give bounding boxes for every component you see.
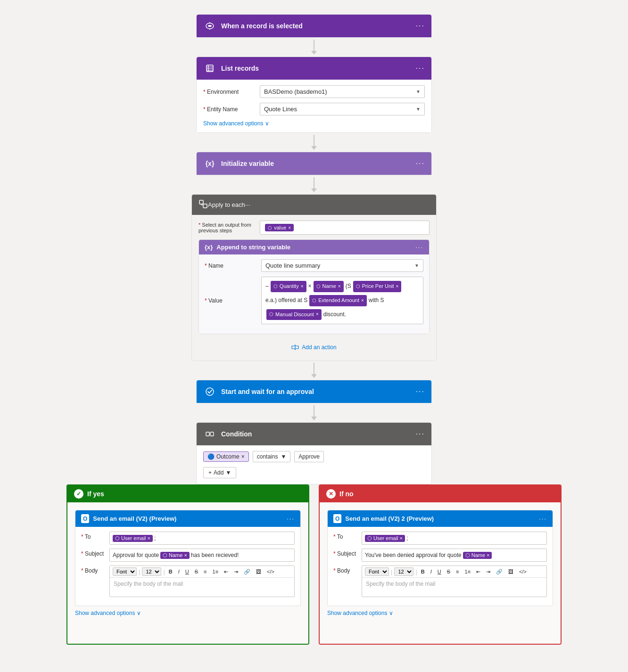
branch-no: ✕ If no O Send an email (V2) 2 (Preview)… — [319, 484, 562, 645]
code-btn-yes[interactable]: </> — [265, 568, 276, 575]
entity-value[interactable]: Quote Lines ▼ — [260, 103, 425, 115]
image-btn-no[interactable]: 🖼 — [506, 568, 515, 575]
strikethrough-btn-yes[interactable]: S — [193, 568, 200, 575]
num-list-btn-no[interactable]: 1≡ — [463, 568, 473, 575]
chevron-down-icon-yes: ∨ — [137, 610, 141, 616]
italic-btn-no[interactable]: I — [429, 568, 434, 575]
apply-each-header[interactable]: Apply to each ··· — [192, 195, 436, 215]
strikethrough-btn-no[interactable]: S — [445, 568, 452, 575]
quantity-close[interactable]: × — [301, 282, 304, 291]
approval-header[interactable]: Start and wait for an approval ··· — [197, 380, 431, 403]
condition-icon — [203, 427, 216, 441]
indent-more-btn-yes[interactable]: ⇥ — [232, 568, 240, 576]
underline-btn-yes[interactable]: U — [183, 568, 191, 575]
select-output-input[interactable]: ⬡ value × — [260, 221, 430, 235]
font-select-no[interactable]: Font — [365, 567, 389, 576]
append-string-header[interactable]: {x} Append to string variable ··· — [199, 240, 429, 254]
value-content[interactable]: – ⬡Quantity × × ⬡Name × (S — [261, 277, 423, 324]
show-advanced-no[interactable]: Show advanced options ∨ — [327, 610, 553, 616]
num-list-btn-yes[interactable]: 1≡ — [211, 568, 221, 575]
manual-close[interactable]: × — [316, 310, 319, 319]
approval-more[interactable]: ··· — [416, 387, 425, 396]
trigger-header[interactable]: When a record is selected ··· — [197, 15, 431, 37]
bold-btn-no[interactable]: B — [419, 568, 427, 575]
outcome-close[interactable]: × — [241, 453, 245, 460]
image-btn-yes[interactable]: 🖼 — [254, 568, 263, 575]
extended-close[interactable]: × — [361, 296, 364, 305]
toolbar-yes: Font | 12 | B I — [110, 566, 294, 578]
list-records-more[interactable]: ··· — [416, 64, 425, 73]
email-no-card: O Send an email (V2) 2 (Preview) ··· * T… — [327, 510, 553, 606]
email-no-subject-input[interactable]: You've been denied approval for quote ⬡ … — [362, 549, 547, 562]
link-btn-no[interactable]: 🔗 — [494, 568, 504, 576]
email-no-header[interactable]: O Send an email (V2) 2 (Preview) ··· — [328, 510, 553, 527]
bullet-list-btn-yes[interactable]: ≡ — [202, 568, 208, 575]
list-records-card: List records ··· * Environment BASDemo (… — [196, 57, 432, 133]
condition-header[interactable]: Condition ··· — [197, 423, 431, 445]
quantity-tag: ⬡Quantity × — [271, 281, 306, 292]
font-select-yes[interactable]: Font — [113, 567, 137, 576]
append-string-more[interactable]: ··· — [415, 244, 423, 251]
indent-less-btn-no[interactable]: ⇤ — [474, 568, 482, 576]
show-advanced-list[interactable]: Show advanced options ∨ — [203, 120, 425, 127]
underline-btn-no[interactable]: U — [436, 568, 443, 575]
name-value[interactable]: Quote line summary ▼ — [261, 259, 423, 272]
indent-more-btn-no[interactable]: ⇥ — [484, 568, 492, 576]
email-yes-body-row: * Body Font | — [81, 565, 295, 597]
entity-dropdown[interactable]: Quote Lines ▼ — [260, 103, 425, 115]
environment-dropdown[interactable]: BASDemo (basdemo1) ▼ — [260, 85, 425, 98]
size-select-yes[interactable]: 12 — [142, 567, 161, 576]
bullet-list-btn-no[interactable]: ≡ — [454, 568, 461, 575]
svg-rect-15 — [210, 432, 214, 436]
init-variable-header[interactable]: {x} Initialize variable ··· — [197, 152, 431, 175]
environment-value[interactable]: BASDemo (basdemo1) ▼ — [260, 85, 425, 98]
list-records-header[interactable]: List records ··· — [197, 57, 431, 80]
init-variable-more[interactable]: ··· — [416, 159, 425, 168]
body-editor-no[interactable]: Font | 12 | B I — [362, 565, 547, 597]
outlook-icon-yes: O — [81, 514, 89, 523]
select-output-label: * Select an output from previous steps — [198, 222, 260, 233]
value-tag-close[interactable]: × — [288, 225, 291, 230]
manual-discount-tag: ⬡Manual Discount × — [266, 309, 322, 320]
approval-icon — [203, 385, 216, 398]
size-select-no[interactable]: 12 — [394, 567, 413, 576]
name-dropdown[interactable]: Quote line summary ▼ — [261, 259, 423, 272]
approve-input[interactable]: Approve — [294, 451, 324, 462]
value-tag: ⬡ value × — [265, 224, 294, 231]
show-advanced-yes[interactable]: Show advanced options ∨ — [75, 610, 301, 616]
price-close[interactable]: × — [396, 282, 399, 291]
condition-more[interactable]: ··· — [416, 430, 425, 438]
outlook-icon-no: O — [333, 514, 341, 523]
bold-btn-yes[interactable]: B — [167, 568, 174, 575]
name-close[interactable]: × — [338, 282, 341, 291]
append-string-icon: {x} — [205, 244, 213, 251]
ea-text: e.a.) offered at S — [265, 295, 307, 306]
init-variable-card: {x} Initialize variable ··· — [196, 152, 432, 175]
add-condition-btn[interactable]: + Add ▼ — [203, 467, 236, 478]
value-content-wrapper: – ⬡Quantity × × ⬡Name × (S — [261, 277, 423, 324]
email-no-to-input[interactable]: ⬡ User email × ; — [362, 532, 547, 545]
editor-content-yes[interactable]: Specify the body of the mail — [110, 578, 294, 597]
email-yes-more[interactable]: ··· — [287, 515, 295, 522]
add-chevron: ▼ — [225, 469, 231, 476]
code-btn-no[interactable]: </> — [517, 568, 529, 575]
contains-dropdown[interactable]: contains ▼ — [253, 451, 291, 462]
value-row: * Value – ⬡Quantity × × ⬡Name — [205, 277, 423, 324]
link-btn-yes[interactable]: 🔗 — [242, 568, 252, 576]
email-yes-to-input[interactable]: ⬡ User email × ; — [109, 532, 295, 545]
trigger-more[interactable]: ··· — [416, 22, 425, 30]
add-action-btn[interactable]: Add an action — [198, 340, 430, 355]
name-tag: ⬡Name × — [314, 281, 344, 292]
condition-body: 🔵 Outcome × contains ▼ Approve + Add ▼ — [197, 445, 431, 484]
email-yes-subject-input[interactable]: Approval for quote ⬡ Name × has been rec… — [109, 549, 295, 562]
email-no-more[interactable]: ··· — [539, 515, 547, 522]
editor-content-no[interactable]: Specify the body of the mail — [362, 578, 546, 597]
italic-btn-yes[interactable]: I — [176, 568, 182, 575]
body-editor-yes[interactable]: Font | 12 | B I — [109, 565, 295, 597]
name-label: * Name — [205, 262, 261, 269]
email-yes-header[interactable]: O Send an email (V2) (Preview) ··· — [75, 510, 300, 527]
entity-label: * Entity Name — [203, 106, 260, 113]
x-icon: ✕ — [326, 489, 336, 499]
apply-each-more[interactable]: ··· — [245, 201, 250, 208]
indent-less-btn-yes[interactable]: ⇤ — [222, 568, 230, 576]
